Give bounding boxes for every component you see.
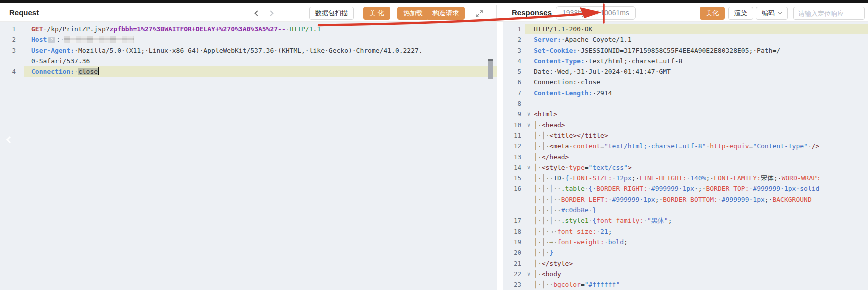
request-editor[interactable]: 1GET·/kp/PrintZP.jsp?zpfbbh=1%27%3BWAITF…	[0, 22, 497, 290]
code-token: ·Apache-Coyote/1.1	[561, 36, 632, 43]
code-line-content: │·│··bgcolor="#ffffff"	[533, 279, 620, 290]
code-line[interactable]: 3Set-Cookie:·JSESSIONID=317F159858C55F4E…	[503, 45, 868, 56]
line-number: 1	[0, 24, 24, 34]
code-token: │·│·	[534, 132, 549, 139]
code-line-content: │·<head>	[533, 120, 565, 130]
beautify-request-button[interactable]: 美 化	[363, 7, 390, 20]
code-line[interactable]: 3User-Agent:·Mozilla/5.0·(X11;·Linux·x86…	[0, 45, 497, 56]
code-token: {·	[589, 185, 597, 192]
code-token: "text/css"	[589, 164, 628, 171]
line-number	[503, 194, 525, 205]
line-number: 13	[503, 152, 525, 162]
code-token: =	[600, 142, 604, 150]
header-divider	[496, 5, 497, 20]
code-line[interactable]: 17│·│·│··.style1·{font-family:·"黑体";	[503, 215, 868, 226]
fold-spacer	[525, 279, 533, 290]
code-line[interactable]: 15│·│··TD·{·FONT-SIZE:·12px;·LINE-HEIGHT…	[503, 173, 868, 183]
code-line[interactable]: 1GET·/kp/PrintZP.jsp?zpfbbh=1%27%3BWAITF…	[0, 24, 497, 34]
code-token: ;·	[774, 174, 782, 182]
code-line[interactable]: 2Server:·Apache-Coyote/1.1	[503, 34, 868, 45]
code-line[interactable]: 19│·│·→·font-weight:·bold;	[503, 237, 868, 247]
code-line[interactable]: 22∨│·<body	[503, 269, 868, 279]
code-token: #999999·1px·solid	[753, 185, 819, 192]
code-token: BORDER-LEFT:	[561, 196, 608, 203]
code-line[interactable]: 13│·</head>	[503, 152, 868, 162]
response-editor[interactable]: 1HTTP/1.1·200·OK2Server:·Apache-Coyote/1…	[503, 22, 868, 290]
packet-scan-button[interactable]: 数据包扫描	[309, 7, 354, 20]
fold-toggle-icon[interactable]: ∨	[525, 162, 533, 173]
fold-toggle-icon[interactable]: ∨	[525, 269, 533, 279]
code-line[interactable]: 4Content-Type:·text/html;·charset=utf-8	[503, 56, 868, 66]
code-token: Date:·Wed,·31·Jul·2024·01:41:47·GMT	[534, 68, 671, 75]
code-token: ·	[686, 174, 690, 182]
line-number: 22	[503, 269, 525, 279]
code-line-content: │·│·}	[533, 247, 553, 258]
code-line[interactable]: 6Connection:·close	[503, 77, 868, 87]
code-line[interactable]: 23│·│··bgcolor="#ffffff"	[503, 279, 868, 290]
code-token: ·	[60, 36, 64, 43]
code-token: =	[585, 164, 589, 171]
code-line[interactable]: 12│·│·<meta·content="text/html;·charset=…	[503, 141, 868, 151]
code-token: │·	[534, 270, 542, 278]
code-line[interactable]: │·│·│··BORDER-LEFT:·#999999·1px;·BORDER-…	[503, 194, 868, 205]
code-line-content: 0·Safari/537.36	[24, 56, 90, 66]
code-line[interactable]: 18│·│·→·font-size:·21;	[503, 226, 868, 237]
render-response-button[interactable]: 渲染	[728, 7, 753, 20]
code-token: ·Mozilla/5.0·(X11;·Linux·x86_64)·AppleWe…	[74, 47, 423, 54]
fullscreen-icon[interactable]	[475, 9, 485, 19]
beautify-response-button[interactable]: 美化	[700, 7, 725, 20]
response-code-lines: 1HTTP/1.1·200·OK2Server:·Apache-Coyote/1…	[503, 24, 868, 290]
code-line-content: │·<style·type="text/css">	[533, 162, 632, 173]
fold-spacer	[525, 226, 533, 237]
construct-request-button[interactable]: 构造请求	[426, 7, 465, 20]
fold-spacer	[525, 215, 533, 226]
code-line[interactable]: 11│·│·<title></title>	[503, 130, 868, 141]
fold-spacer	[525, 66, 533, 77]
code-line-content: │·│·<title></title>	[533, 130, 608, 141]
code-token: =	[581, 281, 585, 288]
fold-spacer	[525, 194, 533, 205]
code-line[interactable]: 21│·</style>	[503, 258, 868, 269]
code-line[interactable]: 14∨│·<style·type="text/css">	[503, 162, 868, 173]
code-line-content: HTTP/1.1·200·OK	[533, 24, 592, 34]
line-number: 2	[0, 34, 24, 45]
code-line[interactable]: 16│·│·│··.table·{·BORDER-RIGHT:·#999999·…	[503, 183, 868, 194]
code-line[interactable]: │·│·│··#c0db8e·}	[503, 205, 868, 215]
code-line[interactable]: 7Content-Length:·2914	[503, 88, 868, 98]
encode-dropdown-label: 编码	[762, 9, 775, 17]
code-token: Server:	[534, 36, 561, 43]
editor-scrollbar-thumb[interactable]	[488, 59, 493, 79]
code-token: </head>	[542, 153, 569, 161]
code-line[interactable]: 1HTTP/1.1·200·OK	[503, 24, 868, 34]
code-token: │·│·│··	[534, 196, 561, 203]
code-line[interactable]: 8	[503, 98, 868, 109]
code-token: <body	[542, 270, 561, 278]
code-token: bold	[608, 238, 624, 246]
fold-toggle-icon[interactable]: ∨	[525, 120, 533, 130]
code-line[interactable]: 2Host?:·	[0, 34, 497, 45]
code-line[interactable]: 9∨<html>	[503, 109, 868, 119]
code-token: "text/html;·charset=utf-8"	[604, 142, 706, 150]
code-token: }	[592, 206, 596, 214]
locate-response-input[interactable]	[793, 7, 865, 20]
code-token: ·	[608, 196, 612, 203]
code-line-content: │·│··TD·{·FONT-SIZE:·12px;·LINE-HEIGHT:·…	[533, 173, 821, 183]
code-line[interactable]: 5Date:·Wed,·31·Jul·2024·01:41:47·GMT	[503, 66, 868, 77]
panel-collapse-handle[interactable]	[5, 136, 13, 144]
history-next-button[interactable]	[266, 9, 275, 18]
code-line[interactable]: 0·Safari/537.36	[0, 56, 497, 66]
encode-dropdown-button[interactable]: 编码	[756, 7, 788, 20]
code-line-content: │·│·│··.style1·{font-family:·"黑体";	[533, 215, 672, 226]
code-token: BORDER-RIGHT:	[596, 185, 647, 192]
code-line-content: Server:·Apache-Coyote/1.1	[533, 34, 632, 45]
code-token: http-equiv	[710, 142, 749, 150]
code-token: #999999·1px	[612, 196, 655, 203]
history-prev-button[interactable]	[253, 9, 262, 18]
hot-reload-button[interactable]: 热加载	[397, 7, 429, 20]
code-token: <head>	[542, 121, 565, 129]
code-line[interactable]: 20│·│·}	[503, 247, 868, 258]
line-number: 3	[0, 45, 24, 56]
code-line[interactable]: 4Connection:·close	[0, 66, 497, 77]
code-line[interactable]: 10∨│·<head>	[503, 120, 868, 130]
fold-toggle-icon[interactable]: ∨	[525, 109, 533, 119]
